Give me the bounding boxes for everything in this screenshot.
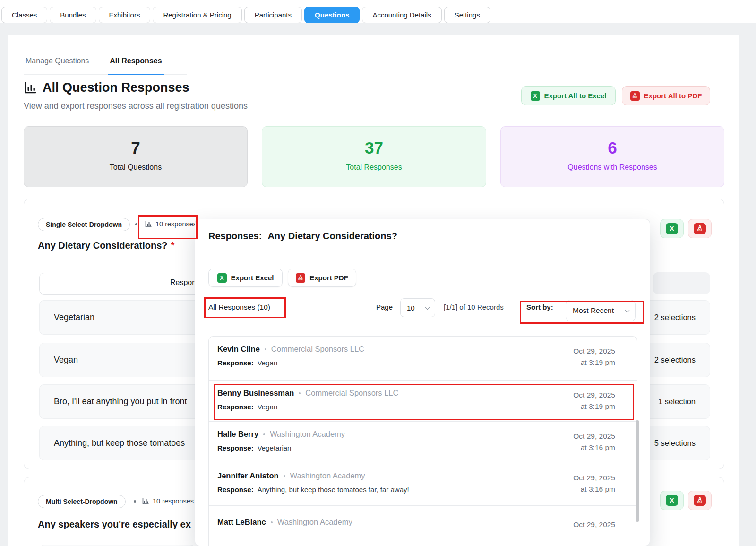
respondent-company: Washington Academy xyxy=(277,518,352,527)
subtab-all-responses[interactable]: All Responses xyxy=(108,52,163,75)
option-label: Bro, I'll eat anything you put in front xyxy=(54,397,187,407)
stat-total-responses-label: Total Responses xyxy=(262,163,486,172)
required-asterisk: * xyxy=(171,240,175,251)
question-title: Any speakers you're especially ex xyxy=(38,519,191,530)
option-label: Anything, but keep those tomatoes xyxy=(54,438,185,448)
separator-dot xyxy=(284,475,285,477)
respondent-company: Commercial Sponsors LLC xyxy=(271,345,364,354)
stat-total-responses-value: 37 xyxy=(262,139,486,157)
question-type-badge: Multi Select-Dropdown xyxy=(38,495,126,508)
response-row[interactable]: Kevin ClineCommercial Sponsors LLC Respo… xyxy=(209,337,637,381)
tab-bundles[interactable]: Bundles xyxy=(50,7,96,23)
subtab-manage-questions[interactable]: Manage Questions xyxy=(24,52,91,74)
option-label: Vegetarian xyxy=(54,312,94,322)
bar-chart-icon xyxy=(24,81,37,95)
response-row[interactable]: Halle BerryWashington Academy Response:V… xyxy=(209,422,637,463)
response-value: Vegan xyxy=(258,403,278,411)
stat-total-questions-value: 7 xyxy=(24,139,247,157)
responses-count[interactable]: 10 responses xyxy=(155,220,197,228)
summary-header-bar xyxy=(653,272,710,294)
modal-export-excel-label: Export Excel xyxy=(231,274,274,282)
response-label: Response: xyxy=(217,403,254,411)
responses-count-icon xyxy=(145,220,152,228)
export-all-excel-button[interactable]: X Export All to Excel xyxy=(521,86,616,105)
pdf-icon: APDF xyxy=(296,273,305,283)
modal-export-pdf-label: Export PDF xyxy=(309,274,348,282)
responses-count[interactable]: 10 responses xyxy=(153,497,194,505)
top-tab-bar: Classes Bundles Exhibitors Registration … xyxy=(1,7,490,23)
response-timestamp: Oct 29, 2025at 3:19 pm xyxy=(573,346,615,368)
modal-export-excel-button[interactable]: X Export Excel xyxy=(208,269,283,287)
modal-scrollbar-thumb[interactable] xyxy=(636,420,639,522)
response-timestamp: Oct 29, 2025at 3:16 pm xyxy=(573,431,615,453)
page-label: Page xyxy=(376,303,393,311)
pdf-icon: APDF xyxy=(630,91,640,101)
tab-participants[interactable]: Participants xyxy=(244,7,302,23)
export-all-pdf-button[interactable]: APDF Export All to PDF xyxy=(622,86,710,105)
sort-select[interactable]: Most Recent xyxy=(566,300,636,321)
separator-dot xyxy=(265,348,266,350)
stat-questions-with-responses: 6 Questions with Responses xyxy=(500,126,724,187)
separator-dot xyxy=(263,433,265,435)
tab-questions[interactable]: Questions xyxy=(304,7,360,23)
response-timestamp: Oct 29, 2025at 3:19 pm xyxy=(573,390,615,412)
response-label: Response: xyxy=(217,485,254,494)
question2-export-pdf-button[interactable]: APDF xyxy=(688,491,712,510)
question-title: Any Dietary Considerations?* xyxy=(38,240,174,251)
option-selections: 1 selection xyxy=(658,397,696,406)
respondent-company: Washington Academy xyxy=(270,430,345,439)
stat-questions-with-responses-label: Questions with Responses xyxy=(501,163,724,172)
question1-export-excel-button[interactable]: X xyxy=(660,219,684,238)
chevron-down-icon xyxy=(425,304,430,310)
modal-title: Responses:Any Dietary Considerations? xyxy=(208,231,397,242)
excel-icon: X xyxy=(666,495,678,506)
response-row[interactable]: Matt LeBlancWashington Academy Oct 29, 2… xyxy=(209,506,637,546)
page-title: All Question Responses xyxy=(43,80,189,95)
page-subtitle: View and export responses across all reg… xyxy=(24,101,248,111)
responses-count-icon xyxy=(142,497,149,505)
question-type-badge: Single Select-Dropdown xyxy=(38,218,130,231)
export-all-excel-label: Export All to Excel xyxy=(544,92,607,100)
export-all-pdf-label: Export All to PDF xyxy=(644,92,702,100)
records-info: [1/1] of 10 Records xyxy=(444,303,504,311)
modal-export-pdf-button[interactable]: APDF Export PDF xyxy=(288,269,356,287)
response-row[interactable]: Benny BusinessmanCommercial Sponsors LLC… xyxy=(209,381,637,422)
tab-settings[interactable]: Settings xyxy=(444,7,490,23)
tab-registration-pricing[interactable]: Registration & Pricing xyxy=(153,7,241,23)
respondent-company: Commercial Sponsors LLC xyxy=(305,389,398,398)
response-label: Response: xyxy=(217,359,254,367)
option-selections: 2 selections xyxy=(654,355,696,364)
separator-dot xyxy=(271,521,273,523)
page-size-select[interactable]: 10 xyxy=(400,298,435,317)
stat-total-responses: 37 Total Responses xyxy=(262,126,486,187)
tab-exhibitors[interactable]: Exhibitors xyxy=(99,7,151,23)
excel-icon: X xyxy=(666,223,678,234)
all-responses-filter-label[interactable]: All Responses (10) xyxy=(208,303,270,312)
response-timestamp: Oct 29, 2025 xyxy=(573,519,615,530)
question1-export-pdf-button[interactable]: APDF xyxy=(688,219,712,238)
sub-tab-bar: Manage Questions All Responses xyxy=(24,52,187,75)
stat-total-questions-label: Total Questions xyxy=(24,163,247,172)
response-value: Vegetarian xyxy=(258,444,292,452)
respondent-name: Halle Berry xyxy=(217,430,258,439)
sort-by-label: Sort by: xyxy=(526,303,553,311)
option-selections: 5 selections xyxy=(654,439,696,448)
pdf-icon: APDF xyxy=(694,495,706,506)
tab-accounting-details[interactable]: Accounting Details xyxy=(362,7,441,23)
response-label: Response: xyxy=(217,444,254,452)
response-value: Anything, but keep those tomatoes far, f… xyxy=(258,485,409,494)
option-label: Vegan xyxy=(54,355,78,365)
tab-classes[interactable]: Classes xyxy=(1,7,47,23)
excel-icon: X xyxy=(217,273,227,283)
response-row[interactable]: Jennifer AnistonWashington Academy Respo… xyxy=(209,463,637,506)
respondent-name: Benny Businessman xyxy=(217,389,294,398)
separator-dot xyxy=(134,500,136,503)
responses-modal: Responses:Any Dietary Considerations? X … xyxy=(195,219,650,546)
stat-questions-with-responses-value: 6 xyxy=(501,139,724,157)
response-value: Vegan xyxy=(258,359,278,367)
respondent-name: Kevin Cline xyxy=(217,345,260,354)
app-canvas: Classes Bundles Exhibitors Registration … xyxy=(0,0,756,546)
question2-export-excel-button[interactable]: X xyxy=(660,491,684,510)
respondent-name: Jennifer Aniston xyxy=(217,471,279,480)
separator-dot xyxy=(135,223,137,225)
